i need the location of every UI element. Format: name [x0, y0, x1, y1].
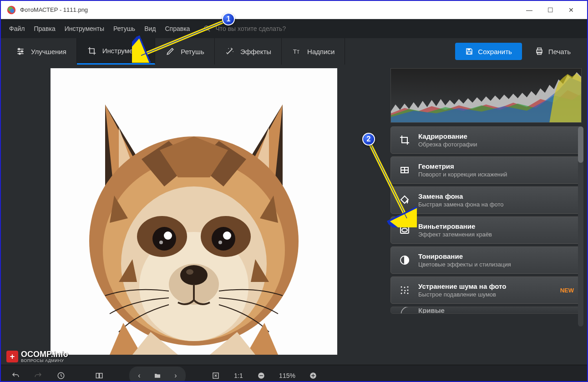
svg-text:T: T	[297, 50, 299, 55]
svg-point-35	[212, 227, 235, 251]
svg-point-65	[407, 293, 409, 294]
search-input[interactable]	[215, 25, 306, 32]
svg-point-9	[21, 50, 23, 52]
arrow-2	[367, 141, 417, 227]
tool-subtitle: Поворот и коррекция искажений	[418, 171, 574, 178]
svg-point-41	[180, 265, 208, 285]
menu-file[interactable]: Файл	[9, 25, 25, 32]
print-button[interactable]: Печать	[527, 42, 579, 60]
close-button[interactable]: ✕	[561, 1, 582, 19]
svg-rect-68	[100, 373, 102, 378]
svg-rect-71	[259, 375, 263, 376]
svg-point-55	[402, 228, 407, 232]
print-label: Печать	[548, 48, 571, 55]
redo-button[interactable]	[30, 368, 46, 382]
new-badge: NEW	[560, 287, 574, 294]
scrollbar[interactable]	[578, 126, 583, 327]
tool-vignette[interactable]: Виньетирование Эффект затемнения краёв	[390, 216, 582, 244]
tool-crop[interactable]: Кадрирование Обрезка фотографии	[390, 126, 582, 154]
canvas-image[interactable]	[51, 68, 337, 355]
svg-point-39	[218, 241, 222, 244]
svg-point-63	[401, 293, 402, 294]
tab-enhance[interactable]: Улучшения	[5, 38, 77, 65]
svg-point-42	[186, 269, 193, 275]
next-button[interactable]: ›	[167, 368, 184, 382]
svg-point-2	[10, 9, 14, 13]
tab-label: Улучшения	[31, 48, 66, 55]
scroll-thumb[interactable]	[578, 126, 583, 163]
tool-geometry[interactable]: Геометрия Поворот и коррекция искажений	[390, 156, 582, 184]
svg-point-8	[18, 48, 20, 50]
minimize-button[interactable]: —	[519, 1, 540, 19]
svg-point-37	[223, 231, 231, 240]
svg-point-60	[401, 290, 403, 291]
histogram[interactable]	[390, 68, 582, 123]
fit-button[interactable]	[208, 368, 224, 382]
tool-title: Тонирование	[418, 252, 574, 260]
tool-title: Кривые	[418, 307, 574, 314]
tool-title: Замена фона	[418, 192, 574, 200]
svg-point-59	[407, 286, 409, 288]
tool-curves[interactable]: Кривые	[390, 307, 582, 314]
titlebar: ФотоМАСТЕР - 1111.png — ☐ ✕	[1, 1, 587, 19]
svg-point-38	[159, 241, 163, 244]
undo-button[interactable]	[7, 368, 24, 382]
tool-title: Устранение шума на фото	[418, 282, 553, 290]
svg-line-80	[370, 145, 407, 218]
svg-point-36	[164, 231, 172, 240]
zoom-in-button[interactable]	[305, 368, 321, 382]
svg-point-10	[19, 53, 20, 54]
svg-rect-67	[96, 373, 99, 378]
tool-replace-bg[interactable]: Замена фона Быстрая замена фона на фото	[390, 186, 582, 214]
svg-text:T: T	[293, 48, 297, 55]
zoom-value: 115%	[276, 372, 299, 379]
text-icon: TT	[292, 46, 302, 56]
tab-captions[interactable]: TT Надписи	[282, 38, 345, 65]
maximize-button[interactable]: ☐	[540, 1, 561, 19]
zoom-out-button[interactable]	[253, 368, 269, 382]
app-icon	[6, 5, 16, 15]
tool-title: Кадрирование	[418, 132, 574, 140]
tool-subtitle: Быстрая замена фона на фото	[418, 201, 574, 208]
tool-toning[interactable]: Тонирование Цветовые эффекты и стилизаци…	[390, 246, 582, 274]
marker-2: 2	[362, 133, 375, 146]
tool-subtitle: Эффект затемнения краёв	[418, 231, 574, 238]
denoise-icon	[398, 284, 411, 297]
tool-title: Геометрия	[418, 162, 574, 170]
toning-icon	[398, 254, 411, 266]
menu-tools[interactable]: Инструменты	[65, 25, 104, 32]
save-label: Сохранить	[478, 48, 512, 55]
tool-subtitle: Цветовые эффекты и стилизация	[418, 261, 574, 268]
compare-button[interactable]	[91, 368, 107, 382]
svg-rect-16	[537, 48, 541, 50]
watermark-text: OCOMP.info	[21, 350, 68, 358]
watermark-sub: ВОПРОСЫ АДМИНУ	[21, 358, 68, 363]
folder-button[interactable]	[149, 368, 166, 382]
tool-title: Виньетирование	[418, 222, 574, 230]
save-button[interactable]: Сохранить	[455, 43, 522, 60]
canvas-area[interactable]	[1, 65, 387, 365]
save-icon	[465, 47, 473, 55]
menu-edit[interactable]: Правка	[34, 25, 55, 32]
main-content: Кадрирование Обрезка фотографии Геометри…	[1, 65, 587, 365]
nav-group: ‹ ›	[129, 367, 186, 382]
tool-denoise[interactable]: Устранение шума на фото Быстрое подавлен…	[390, 276, 582, 304]
tool-subtitle: Обрезка фотографии	[418, 141, 574, 148]
tab-label: Эффекты	[240, 48, 271, 55]
prev-button[interactable]: ‹	[131, 368, 147, 382]
svg-rect-14	[468, 52, 471, 54]
svg-point-62	[407, 290, 409, 291]
svg-point-58	[404, 287, 406, 288]
watermark-badge: +	[6, 351, 18, 362]
tool-list: Кадрирование Обрезка фотографии Геометри…	[390, 126, 582, 314]
crop-icon	[87, 46, 97, 56]
svg-point-61	[405, 290, 406, 292]
tab-label: Надписи	[307, 48, 335, 55]
tool-subtitle: Быстрое подавление шумов	[418, 291, 553, 298]
menubar: Файл Правка Инструменты Ретушь Вид Справ…	[1, 19, 587, 38]
side-panel: Кадрирование Обрезка фотографии Геометри…	[387, 65, 587, 365]
window-controls: — ☐ ✕	[519, 1, 582, 19]
history-button[interactable]	[53, 368, 69, 382]
print-icon	[535, 47, 544, 56]
actual-size-button[interactable]: 1:1	[230, 368, 247, 382]
